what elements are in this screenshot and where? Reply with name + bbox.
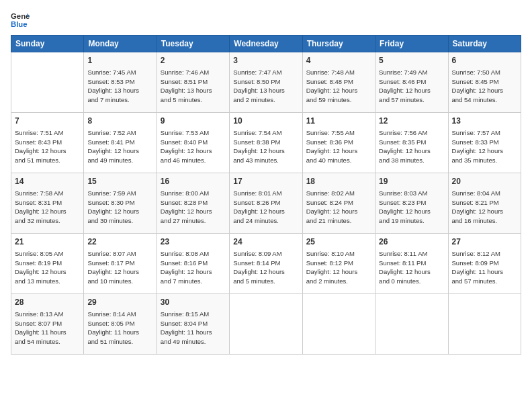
- day-number: 30: [161, 297, 226, 308]
- day-detail: Sunrise: 7:55 AM Sunset: 8:36 PM Dayligh…: [306, 128, 371, 165]
- calendar-cell: 17Sunrise: 8:01 AM Sunset: 8:26 PM Dayli…: [230, 173, 302, 234]
- calendar-cell: 25Sunrise: 8:10 AM Sunset: 8:12 PM Dayli…: [302, 234, 375, 294]
- calendar-cell: 22Sunrise: 8:07 AM Sunset: 8:17 PM Dayli…: [84, 234, 157, 294]
- calendar-cell: 5Sunrise: 7:49 AM Sunset: 8:46 PM Daylig…: [375, 52, 448, 113]
- day-detail: Sunrise: 8:07 AM Sunset: 8:17 PM Dayligh…: [87, 249, 152, 286]
- day-number: 13: [452, 116, 517, 127]
- day-detail: Sunrise: 7:52 AM Sunset: 8:41 PM Dayligh…: [87, 128, 152, 165]
- day-number: 11: [306, 116, 371, 127]
- day-number: 27: [452, 236, 517, 248]
- day-detail: Sunrise: 8:13 AM Sunset: 8:07 PM Dayligh…: [15, 310, 80, 347]
- day-number: 17: [233, 176, 298, 187]
- day-number: 14: [15, 176, 80, 187]
- calendar-cell: 23Sunrise: 8:08 AM Sunset: 8:16 PM Dayli…: [157, 234, 229, 294]
- calendar-week-3: 14Sunrise: 7:58 AM Sunset: 8:31 PM Dayli…: [11, 173, 521, 234]
- calendar-cell: [302, 294, 375, 355]
- weekday-header-tuesday: Tuesday: [157, 36, 229, 52]
- day-number: 22: [87, 236, 152, 248]
- calendar-cell: 1Sunrise: 7:45 AM Sunset: 8:53 PM Daylig…: [84, 52, 157, 113]
- calendar-cell: 8Sunrise: 7:52 AM Sunset: 8:41 PM Daylig…: [84, 113, 157, 173]
- calendar-cell: 9Sunrise: 7:53 AM Sunset: 8:40 PM Daylig…: [157, 113, 229, 173]
- day-number: 20: [452, 176, 517, 187]
- day-detail: Sunrise: 8:09 AM Sunset: 8:14 PM Dayligh…: [233, 249, 298, 286]
- calendar-cell: 7Sunrise: 7:51 AM Sunset: 8:43 PM Daylig…: [11, 113, 84, 173]
- day-number: 29: [87, 297, 152, 308]
- calendar-cell: 12Sunrise: 7:56 AM Sunset: 8:35 PM Dayli…: [375, 113, 448, 173]
- calendar-cell: 11Sunrise: 7:55 AM Sunset: 8:36 PM Dayli…: [302, 113, 375, 173]
- weekday-header-wednesday: Wednesday: [230, 36, 302, 52]
- day-detail: Sunrise: 8:10 AM Sunset: 8:12 PM Dayligh…: [306, 249, 371, 286]
- day-detail: Sunrise: 8:04 AM Sunset: 8:21 PM Dayligh…: [452, 189, 517, 226]
- calendar-cell: 3Sunrise: 7:47 AM Sunset: 8:50 PM Daylig…: [230, 52, 302, 113]
- weekday-header-thursday: Thursday: [302, 36, 375, 52]
- day-number: 6: [452, 55, 517, 66]
- day-detail: Sunrise: 8:11 AM Sunset: 8:11 PM Dayligh…: [379, 249, 444, 286]
- svg-text:General: General: [11, 12, 30, 20]
- day-detail: Sunrise: 7:57 AM Sunset: 8:33 PM Dayligh…: [452, 128, 517, 165]
- calendar-cell: 16Sunrise: 8:00 AM Sunset: 8:28 PM Dayli…: [157, 173, 229, 234]
- calendar-cell: 19Sunrise: 8:03 AM Sunset: 8:23 PM Dayli…: [375, 173, 448, 234]
- day-number: 16: [161, 176, 226, 187]
- calendar-cell: 18Sunrise: 8:02 AM Sunset: 8:24 PM Dayli…: [302, 173, 375, 234]
- calendar-cell: 28Sunrise: 8:13 AM Sunset: 8:07 PM Dayli…: [11, 294, 84, 355]
- calendar-cell: 15Sunrise: 7:59 AM Sunset: 8:30 PM Dayli…: [84, 173, 157, 234]
- calendar-cell: 6Sunrise: 7:50 AM Sunset: 8:45 PM Daylig…: [448, 52, 521, 113]
- calendar-cell: 4Sunrise: 7:48 AM Sunset: 8:48 PM Daylig…: [302, 52, 375, 113]
- logo-icon: General Blue: [11, 11, 30, 30]
- day-detail: Sunrise: 8:03 AM Sunset: 8:23 PM Dayligh…: [379, 189, 444, 226]
- weekday-header-sunday: Sunday: [11, 36, 84, 52]
- day-number: 3: [233, 55, 298, 66]
- day-number: 19: [379, 176, 444, 187]
- calendar-week-4: 21Sunrise: 8:05 AM Sunset: 8:19 PM Dayli…: [11, 234, 521, 294]
- calendar-cell: 26Sunrise: 8:11 AM Sunset: 8:11 PM Dayli…: [375, 234, 448, 294]
- day-number: 12: [379, 116, 444, 127]
- calendar-week-2: 7Sunrise: 7:51 AM Sunset: 8:43 PM Daylig…: [11, 113, 521, 173]
- calendar-header: SundayMondayTuesdayWednesdayThursdayFrid…: [11, 36, 521, 52]
- day-detail: Sunrise: 7:47 AM Sunset: 8:50 PM Dayligh…: [233, 68, 298, 105]
- day-detail: Sunrise: 7:54 AM Sunset: 8:38 PM Dayligh…: [233, 128, 298, 165]
- calendar-cell: 29Sunrise: 8:14 AM Sunset: 8:05 PM Dayli…: [84, 294, 157, 355]
- day-number: 4: [306, 55, 371, 66]
- day-detail: Sunrise: 8:14 AM Sunset: 8:05 PM Dayligh…: [87, 310, 152, 347]
- day-number: 5: [379, 55, 444, 66]
- day-detail: Sunrise: 7:56 AM Sunset: 8:35 PM Dayligh…: [379, 128, 444, 165]
- calendar-cell: 20Sunrise: 8:04 AM Sunset: 8:21 PM Dayli…: [448, 173, 521, 234]
- day-detail: Sunrise: 8:02 AM Sunset: 8:24 PM Dayligh…: [306, 189, 371, 226]
- day-number: 24: [233, 236, 298, 248]
- day-detail: Sunrise: 8:15 AM Sunset: 8:04 PM Dayligh…: [161, 310, 226, 347]
- day-detail: Sunrise: 8:01 AM Sunset: 8:26 PM Dayligh…: [233, 189, 298, 226]
- day-detail: Sunrise: 7:51 AM Sunset: 8:43 PM Dayligh…: [15, 128, 80, 165]
- day-detail: Sunrise: 7:45 AM Sunset: 8:53 PM Dayligh…: [87, 68, 152, 105]
- day-number: 7: [15, 116, 80, 127]
- day-number: 18: [306, 176, 371, 187]
- calendar-cell: [230, 294, 302, 355]
- calendar-cell: 14Sunrise: 7:58 AM Sunset: 8:31 PM Dayli…: [11, 173, 84, 234]
- calendar-cell: 30Sunrise: 8:15 AM Sunset: 8:04 PM Dayli…: [157, 294, 229, 355]
- weekday-header-friday: Friday: [375, 36, 448, 52]
- calendar-week-5: 28Sunrise: 8:13 AM Sunset: 8:07 PM Dayli…: [11, 294, 521, 355]
- day-number: 28: [15, 297, 80, 308]
- calendar-cell: 24Sunrise: 8:09 AM Sunset: 8:14 PM Dayli…: [230, 234, 302, 294]
- weekday-header-saturday: Saturday: [448, 36, 521, 52]
- day-number: 15: [87, 176, 152, 187]
- day-detail: Sunrise: 7:48 AM Sunset: 8:48 PM Dayligh…: [306, 68, 371, 105]
- day-number: 2: [161, 55, 226, 66]
- day-detail: Sunrise: 7:50 AM Sunset: 8:45 PM Dayligh…: [452, 68, 517, 105]
- day-number: 21: [15, 236, 80, 248]
- day-number: 9: [161, 116, 226, 127]
- svg-text:Blue: Blue: [11, 20, 28, 28]
- calendar-cell: 13Sunrise: 7:57 AM Sunset: 8:33 PM Dayli…: [448, 113, 521, 173]
- calendar-cell: [375, 294, 448, 355]
- calendar-cell: 21Sunrise: 8:05 AM Sunset: 8:19 PM Dayli…: [11, 234, 84, 294]
- day-detail: Sunrise: 8:05 AM Sunset: 8:19 PM Dayligh…: [15, 249, 80, 286]
- day-detail: Sunrise: 7:53 AM Sunset: 8:40 PM Dayligh…: [161, 128, 226, 165]
- calendar-cell: 10Sunrise: 7:54 AM Sunset: 8:38 PM Dayli…: [230, 113, 302, 173]
- calendar-cell: 27Sunrise: 8:12 AM Sunset: 8:09 PM Dayli…: [448, 234, 521, 294]
- header: General Blue: [11, 11, 521, 30]
- day-detail: Sunrise: 8:00 AM Sunset: 8:28 PM Dayligh…: [161, 189, 226, 226]
- calendar-cell: 2Sunrise: 7:46 AM Sunset: 8:51 PM Daylig…: [157, 52, 229, 113]
- day-detail: Sunrise: 8:08 AM Sunset: 8:16 PM Dayligh…: [161, 249, 226, 286]
- calendar-cell: [11, 52, 84, 113]
- day-detail: Sunrise: 8:12 AM Sunset: 8:09 PM Dayligh…: [452, 249, 517, 286]
- day-detail: Sunrise: 7:59 AM Sunset: 8:30 PM Dayligh…: [87, 189, 152, 226]
